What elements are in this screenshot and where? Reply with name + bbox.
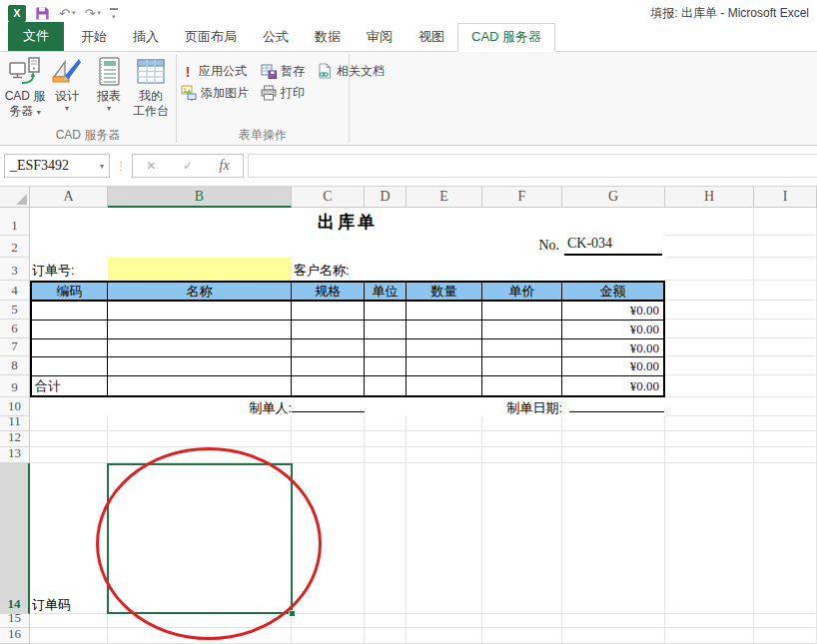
col-header-B[interactable]: B	[108, 187, 292, 208]
cell-D11[interactable]	[365, 416, 407, 431]
cell-G16[interactable]	[562, 628, 665, 644]
cell-I6[interactable]	[754, 320, 817, 338]
cell-C15[interactable]	[292, 614, 365, 628]
cancel-button[interactable]: ✕	[146, 159, 156, 173]
cell-E13[interactable]	[407, 447, 482, 463]
cell-H4[interactable]	[665, 281, 754, 301]
cell-C13[interactable]	[292, 447, 365, 463]
cell-I3[interactable]	[754, 258, 817, 281]
cell-I15[interactable]	[754, 614, 817, 628]
cell-name[interactable]	[108, 357, 292, 375]
cell-qty[interactable]	[407, 339, 482, 356]
cell-B11[interactable]	[108, 416, 292, 431]
cell-H11[interactable]	[665, 416, 754, 431]
row-header-3[interactable]: 3	[0, 258, 30, 281]
no-value-field[interactable]: CK-034	[564, 236, 662, 256]
row-header-8[interactable]: 8	[0, 356, 30, 375]
cell-I16[interactable]	[754, 628, 817, 644]
design-button[interactable]: 设计 ▾	[46, 55, 88, 119]
cell-amount[interactable]: ¥0.00	[562, 357, 663, 375]
cell-price[interactable]	[482, 321, 562, 338]
undo-dropdown-icon[interactable]: ▾	[72, 9, 76, 17]
cell-unit[interactable]	[365, 321, 407, 338]
cell-D15[interactable]	[365, 614, 407, 628]
cell-F12[interactable]	[482, 431, 562, 447]
cell-F15[interactable]	[482, 614, 562, 628]
row-header-5[interactable]: 5	[0, 301, 30, 320]
cell-name[interactable]	[108, 302, 292, 320]
order-no-input-cell[interactable]	[108, 258, 292, 281]
cell-H8[interactable]	[665, 356, 754, 375]
cell-amount[interactable]: ¥0.00	[562, 339, 663, 356]
tab-review[interactable]: 审阅	[354, 24, 406, 51]
col-header-C[interactable]: C	[292, 187, 365, 208]
cell-E16[interactable]	[407, 628, 482, 644]
cell-I1[interactable]	[754, 208, 817, 236]
cell-D12[interactable]	[365, 431, 407, 447]
cell-code[interactable]	[32, 339, 108, 356]
cell-name[interactable]	[108, 376, 292, 395]
cell-H14[interactable]	[665, 463, 754, 614]
cell-unit[interactable]	[365, 376, 407, 395]
row-header-6[interactable]: 6	[0, 320, 30, 338]
cell-G11[interactable]	[562, 416, 665, 431]
cell-qty[interactable]	[407, 376, 482, 395]
cell-H15[interactable]	[665, 614, 754, 628]
cell-spec[interactable]	[292, 321, 365, 338]
enter-button[interactable]: ✓	[183, 159, 193, 173]
cell-C11[interactable]	[292, 416, 365, 431]
cell-I14[interactable]	[754, 463, 817, 614]
tab-file[interactable]: 文件	[8, 22, 64, 51]
col-header-A[interactable]: A	[30, 187, 108, 208]
excel-app-icon[interactable]: X	[8, 5, 26, 22]
cell-A11[interactable]	[30, 416, 108, 431]
cell-I2[interactable]	[754, 236, 817, 258]
cell-spec[interactable]	[292, 376, 365, 395]
col-header-H[interactable]: H	[665, 187, 754, 208]
fill-handle[interactable]	[289, 610, 296, 617]
cell-qty[interactable]	[407, 321, 482, 338]
col-header-F[interactable]: F	[482, 187, 562, 208]
cell-D13[interactable]	[365, 447, 407, 463]
cell-H10[interactable]	[665, 397, 754, 416]
cell-G12[interactable]	[562, 431, 665, 447]
redo-dropdown-icon[interactable]: ▾	[97, 9, 101, 17]
cell-I7[interactable]	[754, 338, 817, 356]
cell-price[interactable]	[482, 376, 562, 395]
cell-unit[interactable]	[365, 357, 407, 375]
cad-server-button[interactable]: CAD 服 务器 ▾	[4, 55, 46, 119]
cell-G14[interactable]	[562, 463, 665, 614]
cell-spec[interactable]	[292, 357, 365, 375]
cell-I8[interactable]	[754, 356, 817, 375]
cell-H13[interactable]	[665, 447, 754, 463]
cell-F11[interactable]	[482, 416, 562, 431]
undo-button[interactable]: ↶ ▾	[59, 7, 75, 20]
related-docs-button[interactable]: 相关文档	[317, 60, 385, 82]
cell-name[interactable]	[108, 339, 292, 356]
row-header-16[interactable]: 16	[0, 628, 30, 644]
cell-I11[interactable]	[754, 416, 817, 431]
col-header-G[interactable]: G	[562, 187, 665, 208]
cell-amount[interactable]: ¥0.00	[562, 321, 663, 338]
redo-button[interactable]: ↷ ▾	[84, 7, 100, 20]
cell-D14[interactable]	[365, 463, 407, 614]
tab-home[interactable]: 开始	[68, 24, 120, 51]
cell-spec[interactable]	[292, 339, 365, 356]
cell-H1[interactable]	[665, 208, 754, 236]
cell-I13[interactable]	[754, 447, 817, 463]
cell-I5[interactable]	[754, 301, 817, 320]
cell-unit[interactable]	[365, 339, 407, 356]
cell-F16[interactable]	[482, 628, 562, 644]
my-workbench-button[interactable]: 我的 工作台	[130, 55, 172, 119]
tab-page-layout[interactable]: 页面布局	[172, 24, 250, 51]
cell-spec[interactable]	[292, 302, 365, 320]
cell-F13[interactable]	[482, 447, 562, 463]
cell-I10[interactable]	[754, 397, 817, 416]
cell-amount[interactable]: ¥0.00	[562, 302, 663, 320]
cell-price[interactable]	[482, 357, 562, 375]
formula-input[interactable]	[248, 154, 817, 178]
col-header-D[interactable]: D	[365, 187, 407, 208]
formula-bar-resize-handle[interactable]: ⋮	[110, 160, 132, 173]
cell-code[interactable]	[32, 357, 108, 375]
row-header-7[interactable]: 7	[0, 338, 30, 356]
